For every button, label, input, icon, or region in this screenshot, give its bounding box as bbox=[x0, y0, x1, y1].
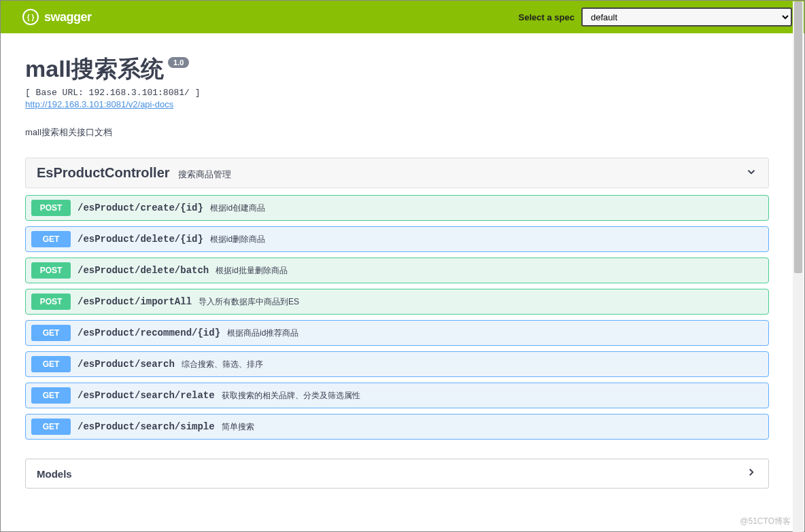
operation-path: /esProduct/search/relate bbox=[78, 390, 215, 401]
topbar: { } swagger Select a spec default bbox=[1, 1, 804, 33]
scrollbar[interactable] bbox=[793, 1, 804, 532]
operation-row[interactable]: POST/esProduct/delete/batch根据id批量删除商品 bbox=[25, 258, 769, 283]
api-docs-link[interactable]: http://192.168.3.101:8081/v2/api-docs bbox=[25, 99, 173, 109]
watermark: @51CTO博客 bbox=[740, 516, 791, 527]
operation-path: /esProduct/delete/{id} bbox=[78, 234, 203, 245]
brand[interactable]: { } swagger bbox=[22, 9, 92, 25]
method-badge: POST bbox=[31, 262, 71, 279]
spec-dropdown[interactable]: default bbox=[581, 7, 792, 26]
operation-path: /esProduct/search bbox=[78, 359, 175, 370]
operation-path: /esProduct/create/{id} bbox=[78, 202, 203, 213]
chevron-right-icon bbox=[745, 466, 757, 481]
operation-row[interactable]: POST/esProduct/importAll导入所有数据库中商品到ES bbox=[25, 289, 769, 315]
operation-summary: 根据id删除商品 bbox=[210, 234, 265, 245]
tag-header[interactable]: EsProductController 搜索商品管理 bbox=[25, 158, 769, 188]
operation-row[interactable]: GET/esProduct/search综合搜索、筛选、排序 bbox=[25, 351, 769, 377]
models-header[interactable]: Models bbox=[25, 459, 769, 489]
operation-path: /esProduct/search/simple bbox=[78, 421, 215, 432]
swagger-logo-icon: { } bbox=[22, 9, 39, 25]
operation-summary: 根据商品id推荐商品 bbox=[227, 327, 298, 339]
spec-selector: Select a spec default bbox=[519, 7, 792, 26]
operation-summary: 根据id创建商品 bbox=[210, 202, 265, 214]
spec-label: Select a spec bbox=[519, 12, 575, 22]
chevron-down-icon bbox=[745, 166, 757, 181]
operations-list: POST/esProduct/create/{id}根据id创建商品GET/es… bbox=[25, 195, 769, 440]
method-badge: GET bbox=[31, 231, 71, 247]
operation-row[interactable]: GET/esProduct/delete/{id}根据id删除商品 bbox=[25, 226, 769, 252]
operation-path: /esProduct/recommend/{id} bbox=[78, 327, 220, 338]
operation-row[interactable]: GET/esProduct/recommend/{id}根据商品id推荐商品 bbox=[25, 320, 769, 346]
method-badge: POST bbox=[31, 200, 71, 216]
title-row: mall搜索系统 1.0 bbox=[25, 54, 769, 85]
content: mall搜索系统 1.0 [ Base URL: 192.168.3.101:8… bbox=[1, 33, 793, 489]
tag-name: EsProductController bbox=[37, 165, 170, 180]
method-badge: POST bbox=[31, 294, 71, 310]
operation-path: /esProduct/delete/batch bbox=[78, 265, 209, 276]
operation-summary: 根据id批量删除商品 bbox=[216, 265, 287, 277]
method-badge: GET bbox=[31, 419, 71, 435]
operation-summary: 简单搜索 bbox=[222, 421, 254, 433]
tag-title-group: EsProductController 搜索商品管理 bbox=[37, 165, 231, 181]
operation-row[interactable]: GET/esProduct/search/relate获取搜索的相关品牌、分类及… bbox=[25, 383, 769, 408]
tag-description: 搜索商品管理 bbox=[178, 169, 231, 179]
operation-summary: 获取搜索的相关品牌、分类及筛选属性 bbox=[222, 390, 360, 402]
method-badge: GET bbox=[31, 325, 71, 341]
operation-path: /esProduct/importAll bbox=[78, 296, 192, 307]
operation-summary: 导入所有数据库中商品到ES bbox=[199, 296, 299, 308]
models-title: Models bbox=[37, 468, 72, 480]
base-url: [ Base URL: 192.168.3.101:8081/ ] bbox=[25, 88, 769, 98]
operation-summary: 综合搜索、筛选、排序 bbox=[182, 359, 263, 370]
method-badge: GET bbox=[31, 387, 71, 404]
operation-row[interactable]: GET/esProduct/search/simple简单搜索 bbox=[25, 414, 769, 440]
brand-text: swagger bbox=[44, 10, 92, 24]
app-frame: { } swagger Select a spec default mall搜索… bbox=[0, 0, 805, 532]
api-description: mall搜索相关接口文档 bbox=[25, 126, 769, 139]
version-badge: 1.0 bbox=[168, 57, 189, 68]
operation-row[interactable]: POST/esProduct/create/{id}根据id创建商品 bbox=[25, 195, 769, 221]
method-badge: GET bbox=[31, 356, 71, 372]
page-title: mall搜索系统 bbox=[25, 54, 164, 85]
scrollbar-thumb[interactable] bbox=[794, 1, 802, 273]
